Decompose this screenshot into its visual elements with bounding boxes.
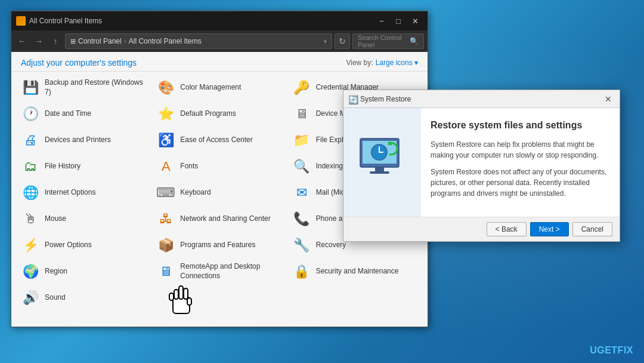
cp-item-icon-default-programs: ⭐ — [156, 104, 175, 124]
cp-item-icon-phone-modem: 📞 — [292, 210, 311, 229]
viewby-label: View by: — [346, 59, 373, 67]
svg-rect-8 — [370, 171, 389, 174]
sr-body: Restore system files and settings System… — [343, 108, 620, 217]
up-button[interactable]: ↑ — [48, 34, 63, 48]
cp-item-color-management[interactable]: 🎨Color Management — [153, 75, 286, 100]
viewby-control: View by: Large icons ▾ — [346, 59, 418, 67]
cp-item-label-remoteapp: RemoteApp and Desktop Connections — [180, 262, 282, 281]
cp-item-icon-indexing: 🔍 — [292, 157, 311, 176]
maximize-button[interactable]: □ — [391, 15, 406, 27]
cp-item-icon-mail: ✉ — [292, 183, 311, 202]
cp-item-icon-region: 🌍 — [21, 262, 40, 281]
cp-item-internet-options[interactable]: 🌐Internet Options — [17, 180, 150, 205]
cp-item-region[interactable]: 🌍Region — [17, 259, 150, 284]
sr-dialog-title: System Restore — [360, 95, 602, 103]
titlebar-controls: − □ ✕ — [374, 15, 423, 27]
minimize-button[interactable]: − — [374, 15, 389, 27]
cp-header: Adjust your computer's settings View by:… — [11, 52, 428, 72]
cp-item-icon-security-maintenance: 🔒 — [292, 262, 311, 281]
cp-titlebar: All Control Panel Items − □ ✕ — [11, 11, 428, 30]
cp-item-label-keyboard: Keyboard — [180, 188, 210, 198]
cp-item-icon-fonts: A — [156, 157, 175, 176]
cp-item-label-backup-restore: Backup and Restore (Windows 7) — [45, 78, 147, 97]
cp-item-icon-backup-restore: 💾 — [21, 78, 40, 97]
cp-item-icon-internet-options: 🌐 — [21, 183, 40, 202]
close-button[interactable]: ✕ — [407, 15, 423, 27]
cp-item-mouse[interactable]: 🖱Mouse — [17, 207, 150, 232]
watermark-prefix: UGET — [590, 345, 617, 355]
cp-item-icon-remoteapp: 🖥 — [156, 262, 175, 281]
cp-item-backup-restore[interactable]: 💾Backup and Restore (Windows 7) — [17, 75, 150, 100]
cp-item-icon-credential-manager: 🔑 — [292, 78, 311, 97]
cp-item-icon-sound: 🔊 — [21, 288, 40, 307]
cp-item-label-programs-features: Programs and Features — [180, 241, 255, 250]
search-placeholder: Search Control Panel — [358, 34, 410, 48]
back-button[interactable]: < Back — [487, 222, 527, 236]
cp-item-icon-file-history: 🗂 — [21, 157, 40, 176]
cp-item-security-maintenance[interactable]: 🔒Security and Maintenance — [289, 259, 422, 284]
cp-item-sound[interactable]: 🔊Sound — [17, 285, 150, 310]
back-button[interactable]: ← — [15, 34, 29, 48]
breadcrumb-part2: All Control Panel Items — [129, 37, 202, 45]
sr-heading: Restore system files and settings — [431, 120, 610, 131]
cp-item-label-file-history: File History — [45, 162, 80, 171]
address-bar[interactable]: ⊞ Control Panel › All Control Panel Item… — [65, 33, 332, 49]
cp-item-label-default-programs: Default Programs — [180, 109, 236, 119]
cp-item-label-sound: Sound — [45, 293, 66, 303]
cp-item-fonts[interactable]: AFonts — [153, 154, 286, 179]
cp-addressbar: ← → ↑ ⊞ Control Panel › All Control Pane… — [11, 30, 428, 52]
refresh-button[interactable]: ↻ — [335, 33, 350, 49]
cp-item-label-recovery: Recovery — [316, 241, 346, 250]
cp-item-devices-printers[interactable]: 🖨Devices and Printers — [17, 128, 150, 153]
cp-header-title: Adjust your computer's settings — [21, 58, 137, 67]
cp-item-icon-date-time: 🕐 — [21, 104, 40, 124]
sr-content: Restore system files and settings System… — [421, 108, 620, 217]
cp-item-label-fonts: Fonts — [180, 162, 198, 171]
cp-item-icon-programs-features: 📦 — [156, 236, 175, 255]
cp-item-icon-keyboard: ⌨ — [156, 183, 175, 202]
sr-paragraph1: System Restore can help fix problems tha… — [431, 139, 610, 161]
cp-item-label-network-sharing: Network and Sharing Center — [180, 214, 270, 224]
address-icon: ⊞ — [70, 38, 76, 45]
sr-image-area — [343, 108, 421, 217]
system-restore-dialog: 🔄 System Restore ✕ — [343, 90, 620, 242]
forward-button[interactable]: → — [32, 34, 46, 48]
search-box[interactable]: Search Control Panel 🔍 — [352, 33, 424, 49]
cp-item-label-date-time: Date and Time — [45, 109, 91, 119]
cp-item-file-history[interactable]: 🗂File History — [17, 154, 150, 179]
cp-item-label-devices-printers: Devices and Printers — [45, 136, 111, 145]
cp-item-icon-power-options: ⚡ — [21, 236, 40, 255]
sr-footer: < Back Next > Cancel — [343, 217, 620, 241]
cp-item-programs-features[interactable]: 📦Programs and Features — [153, 233, 286, 258]
cp-window-title: All Control Panel Items — [29, 17, 374, 25]
cp-item-label-color-management: Color Management — [180, 83, 241, 93]
cp-item-label-ease-of-access: Ease of Access Center — [180, 136, 252, 145]
next-button[interactable]: Next > — [530, 222, 569, 236]
system-restore-illustration — [355, 136, 409, 189]
cp-item-label-mouse: Mouse — [45, 214, 66, 224]
cp-item-network-sharing[interactable]: 🖧Network and Sharing Center — [153, 207, 286, 232]
breadcrumb-part1: Control Panel — [78, 37, 122, 45]
search-icon: 🔍 — [410, 37, 419, 45]
cp-item-icon-file-explorer: 📁 — [292, 131, 311, 150]
cp-item-ease-of-access[interactable]: ♿Ease of Access Center — [153, 128, 286, 153]
sr-titlebar-icon: 🔄 — [348, 95, 357, 103]
watermark-suffix: FIX — [618, 345, 633, 355]
cp-item-icon-network-sharing: 🖧 — [156, 210, 175, 229]
cp-item-label-internet-options: Internet Options — [45, 188, 95, 198]
cp-item-remoteapp[interactable]: 🖥RemoteApp and Desktop Connections — [153, 259, 286, 284]
svg-rect-7 — [375, 167, 384, 172]
cp-item-label-security-maintenance: Security and Maintenance — [316, 267, 399, 276]
cp-item-default-programs[interactable]: ⭐Default Programs — [153, 101, 286, 127]
cp-item-icon-mouse: 🖱 — [21, 210, 40, 229]
cp-item-date-time[interactable]: 🕐Date and Time — [17, 101, 150, 127]
cp-item-power-options[interactable]: ⚡Power Options — [17, 233, 150, 258]
cancel-button[interactable]: Cancel — [572, 222, 612, 236]
cp-titlebar-icon — [16, 16, 26, 26]
cp-item-label-power-options: Power Options — [45, 241, 92, 250]
cp-item-keyboard[interactable]: ⌨Keyboard — [153, 180, 286, 205]
sr-close-button[interactable]: ✕ — [602, 93, 615, 105]
viewby-value[interactable]: Large icons ▾ — [376, 59, 418, 67]
sr-paragraph2: System Restore does not affect any of yo… — [431, 167, 610, 199]
watermark: UGETFIX — [590, 345, 633, 356]
